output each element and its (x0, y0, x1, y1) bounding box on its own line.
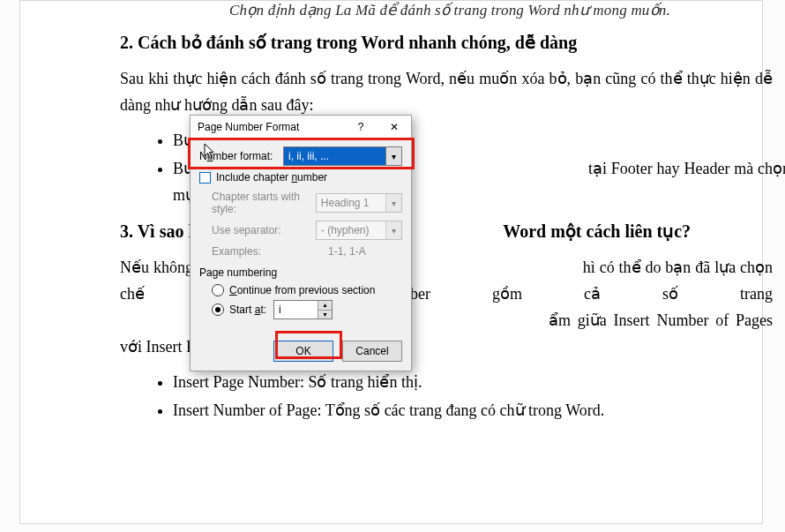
ok-button[interactable]: OK (273, 341, 333, 362)
chapter-options: Chapter starts with style: Heading 1 ▾ U… (212, 191, 402, 258)
continue-radio-row: Continue from previous sectionContinue f… (212, 284, 402, 296)
start-at-label: Start at:Start at: (229, 303, 266, 316)
list-item: Insert Page Number: Số trang hiển thị. (173, 369, 785, 395)
use-separator-value: - (hyphen) (321, 224, 370, 236)
chapter-starts-label: Chapter starts with style: (212, 191, 316, 215)
chevron-down-icon: ▾ (385, 194, 401, 212)
heading-fragment: Word một cách liên tục? (499, 221, 691, 241)
paragraph: Sau khi thực hiện cách đánh số trang tro… (120, 65, 773, 118)
start-at-radio-row: Start at:Start at: i ▲ ▼ (212, 300, 402, 319)
spinner-buttons[interactable]: ▲ ▼ (318, 301, 332, 318)
page-number-format-dialog: Page Number Format ? ✕ Number Number for… (190, 115, 412, 371)
include-chapter-checkbox[interactable] (199, 172, 211, 184)
start-at-value: i (279, 303, 281, 316)
start-at-spinner[interactable]: i ▲ ▼ (273, 300, 333, 319)
continue-radio[interactable] (212, 284, 224, 296)
help-button[interactable]: ? (344, 116, 378, 139)
chevron-down-icon: ▾ (385, 221, 401, 239)
spin-down-icon[interactable]: ▼ (318, 311, 332, 319)
number-format-label: Number Number format:format: (199, 150, 283, 162)
heading-2: 2. Cách bỏ đánh số trang trong Word nhan… (120, 32, 780, 53)
start-at-radio[interactable] (212, 303, 224, 316)
dialog-title: Page Number Format (198, 121, 344, 133)
bullet-list: Insert Page Number: Số trang hiển thị. I… (120, 369, 785, 423)
number-format-value: i, ii, iii, ... (288, 150, 329, 162)
number-format-combo[interactable]: i, ii, iii, ... ▾ (283, 146, 402, 166)
page-numbering-group: Page numbering (199, 266, 402, 279)
list-item: Insert Number of Page: Tổng số các trang… (173, 397, 785, 423)
cancel-button[interactable]: Cancel (342, 341, 402, 362)
examples-value: 1-1, 1-A (328, 245, 366, 258)
dialog-body: Number Number format:format: i, ii, iii,… (191, 139, 411, 332)
chevron-down-icon[interactable]: ▾ (385, 147, 401, 165)
close-button[interactable]: ✕ (378, 116, 411, 139)
dialog-buttons: OK Cancel (191, 332, 411, 371)
chapter-starts-value: Heading 1 (321, 197, 370, 209)
examples-label: Examples: (212, 245, 328, 258)
use-separator-select: - (hyphen) ▾ (316, 221, 402, 240)
use-separator-label: Use separator: (212, 224, 316, 236)
number-format-row: Number Number format:format: i, ii, iii,… (199, 146, 402, 166)
image-caption: Chọn định dạng La Mã để đánh số trang tr… (120, 1, 780, 19)
include-chapter-label: Include chapter numberInclude chapter nu… (216, 171, 327, 184)
spin-up-icon[interactable]: ▲ (318, 301, 332, 311)
dialog-titlebar[interactable]: Page Number Format ? ✕ (191, 116, 411, 139)
chapter-starts-select: Heading 1 ▾ (316, 193, 402, 213)
include-chapter-row: Include chapter numberInclude chapter nu… (199, 171, 402, 184)
continue-label: Continue from previous sectionContinue f… (229, 284, 375, 296)
